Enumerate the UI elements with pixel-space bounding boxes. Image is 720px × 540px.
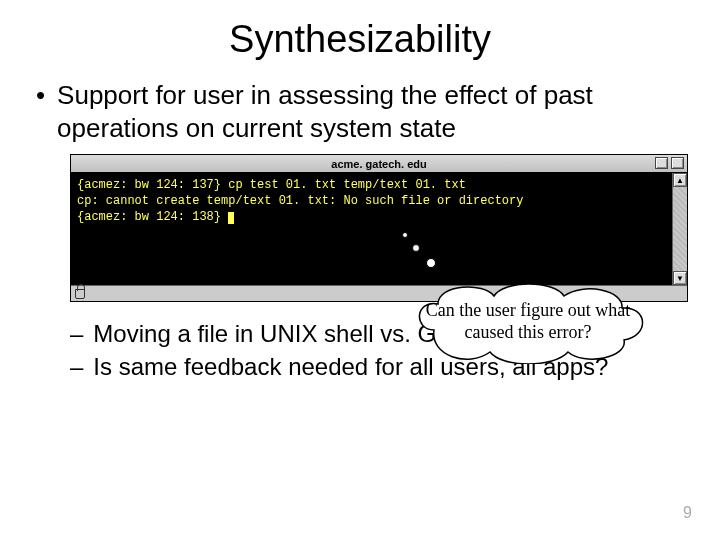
scroll-up-icon[interactable]: ▲ xyxy=(673,173,687,187)
prompt: {acmez: bw 124: 137} xyxy=(77,178,221,192)
scroll-down-icon[interactable]: ▼ xyxy=(673,271,687,285)
error-text: cp: cannot create temp/text 01. txt: No … xyxy=(77,194,523,208)
prompt: {acmez: bw 124: 138} xyxy=(77,210,221,224)
window-button-icon[interactable] xyxy=(655,157,668,169)
terminal-content[interactable]: {acmez: bw 124: 137} cp test 01. txt tem… xyxy=(71,173,672,285)
terminal-title: acme. gatech. edu xyxy=(331,158,426,170)
bullet-text: Support for user in assessing the effect… xyxy=(57,79,684,144)
lock-icon xyxy=(75,289,85,299)
terminal-line: {acmez: bw 124: 137} cp test 01. txt tem… xyxy=(77,177,666,193)
slide-title: Synthesizability xyxy=(36,18,684,61)
cursor-icon xyxy=(228,212,234,224)
terminal-body: {acmez: bw 124: 137} cp test 01. txt tem… xyxy=(71,173,687,285)
bullet-item: • Support for user in assessing the effe… xyxy=(36,79,684,144)
command-text: cp test 01. txt temp/text 01. txt xyxy=(221,178,466,192)
window-buttons xyxy=(655,157,684,169)
page-number: 9 xyxy=(683,504,692,522)
bullet-marker: – xyxy=(70,351,83,382)
terminal-line: cp: cannot create temp/text 01. txt: No … xyxy=(77,193,666,209)
bubble-tail-icon xyxy=(412,244,420,252)
window-button-icon[interactable] xyxy=(671,157,684,169)
scrollbar[interactable]: ▲ ▼ xyxy=(672,173,687,285)
bubble-tail-icon xyxy=(426,258,436,268)
terminal-titlebar: acme. gatech. edu xyxy=(71,155,687,173)
thought-bubble: Can the user figure out what caused this… xyxy=(404,280,652,364)
bullet-marker: – xyxy=(70,318,83,349)
scroll-track[interactable] xyxy=(673,187,687,271)
bubble-text: Can the user figure out what caused this… xyxy=(404,300,652,343)
bullet-marker: • xyxy=(36,79,45,112)
terminal-line: {acmez: bw 124: 138} xyxy=(77,209,666,225)
bubble-tail-icon xyxy=(402,232,408,238)
